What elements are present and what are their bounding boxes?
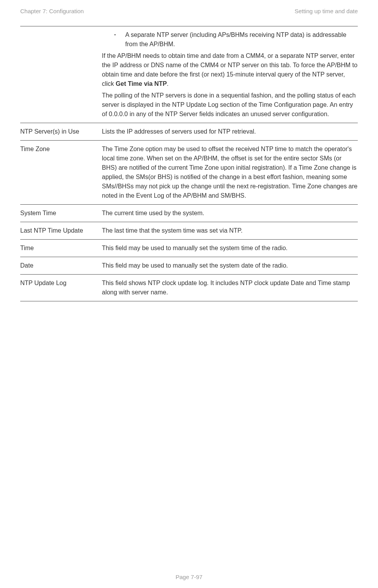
page-header: Chapter 7: Configuration Setting up time…	[20, 8, 358, 14]
table-row: Date This field may be used to manually …	[20, 257, 358, 275]
attributes-table: • A separate NTP server (including APs/B…	[20, 26, 358, 301]
table-row: NTP Server(s) in Use Lists the IP addres…	[20, 123, 358, 141]
bullet-icon: •	[114, 30, 125, 49]
row-description: Lists the IP addresses of servers used f…	[102, 127, 358, 136]
paragraph: If the AP/BHM needs to obtain time and d…	[102, 51, 358, 89]
row-description: The current time used by the system.	[102, 209, 358, 218]
row-description: The Time Zone option may be used to offs…	[102, 144, 358, 200]
row-label: NTP Update Log	[20, 278, 102, 297]
paragraph: The polling of the NTP servers is done i…	[102, 91, 358, 119]
row-description: The last time that the system time was s…	[102, 226, 358, 235]
table-row: NTP Update Log This field shows NTP cloc…	[20, 275, 358, 301]
row-label: Time Zone	[20, 144, 102, 200]
row-label: Last NTP Time Update	[20, 226, 102, 235]
row-label	[20, 30, 102, 119]
row-label: NTP Server(s) in Use	[20, 127, 102, 136]
chapter-title: Chapter 7: Configuration	[20, 8, 84, 14]
row-label: System Time	[20, 209, 102, 218]
table-row: Time This field may be used to manually …	[20, 240, 358, 257]
row-description: This field may be used to manually set t…	[102, 244, 358, 253]
table-row: System Time The current time used by the…	[20, 205, 358, 222]
page-number: Page 7-97	[0, 574, 378, 580]
bold-text: Get Time via NTP	[116, 80, 167, 87]
table-row: • A separate NTP server (including APs/B…	[20, 26, 358, 123]
bullet-text: A separate NTP server (including APs/BHM…	[125, 30, 358, 49]
table-row: Last NTP Time Update The last time that …	[20, 222, 358, 240]
row-label: Time	[20, 244, 102, 253]
row-description: This field shows NTP clock update log. I…	[102, 278, 358, 297]
row-description: This field may be used to manually set t…	[102, 261, 358, 270]
text: .	[167, 80, 168, 87]
section-title: Setting up time and date	[294, 8, 358, 14]
row-label: Date	[20, 261, 102, 270]
table-row: Time Zone The Time Zone option may be us…	[20, 141, 358, 205]
row-description: • A separate NTP server (including APs/B…	[102, 30, 358, 119]
bullet-item: • A separate NTP server (including APs/B…	[102, 30, 358, 49]
